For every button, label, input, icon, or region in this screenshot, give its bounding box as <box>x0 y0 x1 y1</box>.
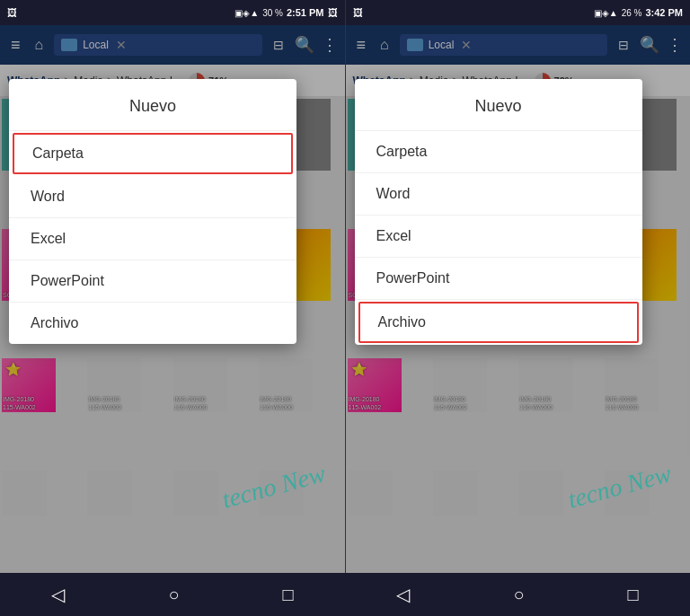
right-dialog-item-powerpoint[interactable]: PowerPoint <box>355 258 642 300</box>
left-bottom-nav: ◁ ○ □ <box>0 573 345 616</box>
right-phone-panel: ≡ ⌂ Local ✕ ⊟ 🔍 ⋮ WhatsApp > Media > Wha… <box>346 25 691 573</box>
left-dialog-title: Nuevo <box>9 79 296 131</box>
status-signal-icon-right: ▣◈▲ <box>594 8 618 18</box>
left-dialog-item-word[interactable]: Word <box>9 176 296 218</box>
right-dialog-overlay: Nuevo Carpeta Word Excel PowerPoint Arch… <box>346 25 691 573</box>
photo-icon-left: 🖼 <box>328 7 338 18</box>
status-left-icons-right: 🖼 <box>353 7 363 18</box>
left-recent-button[interactable]: □ <box>268 577 307 612</box>
status-bar-left: 🖼 ▣◈▲ 30 % 2:51 PM 🖼 <box>0 0 345 25</box>
right-home-button[interactable]: ○ <box>499 577 538 612</box>
right-bottom-nav: ◁ ○ □ <box>345 573 690 616</box>
status-bar-right-panel: 🖼 ▣◈▲ 26 % 3:42 PM <box>346 0 691 25</box>
battery-percent-left: 30 % <box>262 8 283 18</box>
time-right: 3:42 PM <box>645 7 683 18</box>
left-phone-panel: ≡ ⌂ Local ✕ ⊟ 🔍 ⋮ WhatsApp > Media > Wha… <box>0 25 346 573</box>
right-dialog-title: Nuevo <box>355 79 642 131</box>
left-dialog-item-carpeta[interactable]: Carpeta <box>13 133 293 174</box>
status-bars: 🖼 ▣◈▲ 30 % 2:51 PM 🖼 🖼 ▣◈▲ 26 % 3:42 PM <box>0 0 690 25</box>
left-home-button[interactable]: ○ <box>154 577 193 612</box>
left-dialog-item-excel[interactable]: Excel <box>9 218 296 260</box>
left-dialog: Nuevo Carpeta Word Excel PowerPoint Arch… <box>9 79 296 344</box>
status-left-icons: 🖼 <box>7 7 17 18</box>
right-dialog-item-archivo[interactable]: Archivo <box>358 302 639 343</box>
status-right-info: ▣◈▲ 30 % 2:51 PM 🖼 <box>234 7 337 18</box>
battery-percent-right: 26 % <box>622 8 642 18</box>
right-recent-button[interactable]: □ <box>613 577 652 612</box>
right-dialog-item-excel[interactable]: Excel <box>355 216 642 258</box>
time-left: 2:51 PM <box>287 7 324 18</box>
left-back-button[interactable]: ◁ <box>37 576 79 612</box>
right-dialog-item-carpeta[interactable]: Carpeta <box>355 131 642 173</box>
left-dialog-item-archivo[interactable]: Archivo <box>9 303 296 344</box>
left-dialog-item-powerpoint[interactable]: PowerPoint <box>9 260 296 303</box>
status-right-info-right: ▣◈▲ 26 % 3:42 PM <box>594 7 683 18</box>
bottom-navigation: ◁ ○ □ ◁ ○ □ <box>0 573 690 616</box>
right-dialog: Nuevo Carpeta Word Excel PowerPoint Arch… <box>355 79 642 345</box>
right-dialog-item-word[interactable]: Word <box>355 173 642 216</box>
right-back-button[interactable]: ◁ <box>382 576 424 612</box>
status-signal-icon: ▣◈▲ <box>234 8 259 18</box>
notification-icon: 🖼 <box>7 7 17 18</box>
notification-icon-right: 🖼 <box>353 7 363 18</box>
left-dialog-overlay: Nuevo Carpeta Word Excel PowerPoint Arch… <box>0 25 345 573</box>
